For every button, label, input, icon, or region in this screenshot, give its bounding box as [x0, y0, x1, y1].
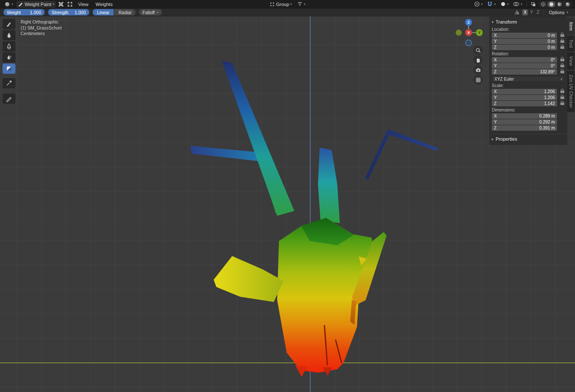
properties-title: Properties [496, 136, 517, 142]
tab-view[interactable]: View [567, 52, 575, 70]
tab-item[interactable]: Item [567, 18, 575, 35]
gradient-radial-button[interactable]: Radial [114, 9, 136, 15]
face-mask-toggle[interactable] [57, 1, 65, 8]
magnifier-icon [475, 48, 481, 53]
pan-button[interactable] [473, 55, 483, 65]
gizmo-neg-y-ball [456, 30, 462, 36]
mirror-x-toggle[interactable]: X [522, 9, 528, 15]
xray-toggle[interactable] [530, 1, 537, 8]
dimensions-z-field[interactable]: Z 0.391 m [492, 125, 557, 131]
shading-material-button[interactable] [556, 1, 563, 7]
snap-magnet-icon [487, 1, 493, 7]
location-x-field[interactable]: X 0 m [492, 33, 557, 38]
location-y-field[interactable]: Y 0 m [492, 39, 557, 44]
rotation-y-row: Y 0° [491, 63, 566, 69]
dimensions-x-field[interactable]: X 0.289 m [492, 113, 557, 119]
rotation-x-field[interactable]: X 0° [492, 57, 557, 63]
mode-dropdown[interactable]: Weight Paint ▾ [16, 1, 56, 8]
tool-gradient[interactable] [3, 63, 15, 74]
shading-rendered-button[interactable] [564, 1, 572, 7]
rotation-y-field[interactable]: Y 0° [492, 63, 557, 69]
snapping-dropdown[interactable]: ▾ [485, 1, 497, 8]
editor-type-button[interactable]: ▾ [3, 1, 15, 8]
tab-zen-uv-checker[interactable]: Zen UV Checker [567, 71, 575, 112]
gradient-linear-button[interactable]: Linear [93, 9, 114, 15]
lock-icon[interactable] [559, 95, 566, 100]
weight-paint-mode-icon [18, 1, 24, 7]
dimensions-y-field[interactable]: Y 0.292 m [492, 119, 557, 125]
average-droplet-icon [6, 43, 12, 50]
options-label: Options [549, 10, 564, 15]
tool-draw[interactable] [3, 19, 15, 29]
axis-value: 0.289 m [539, 114, 555, 118]
menu-weights[interactable]: Weights [93, 1, 116, 8]
symmetry-icon [514, 10, 520, 15]
axis-label: Z [494, 101, 496, 106]
scale-z-field[interactable]: Z 1.142 [492, 101, 557, 106]
falloff-dropdown[interactable]: Falloff ▾ [139, 9, 162, 15]
menu-view[interactable]: View [75, 1, 91, 8]
properties-section-header[interactable]: ▸ Properties [491, 134, 566, 142]
axis-value: 0 m [548, 45, 555, 50]
rotation-mode-dropdown[interactable]: XYZ Euler ▾ [492, 76, 565, 82]
weight-slider[interactable]: Weight 1.000 [3, 9, 45, 15]
weight-slider-label: Weight [7, 10, 21, 15]
tab-tool[interactable]: Tool [567, 36, 575, 52]
transform-section-header[interactable]: ▾ Transform [491, 18, 566, 26]
pivot-point-icon [500, 1, 506, 7]
viewport-nav-buttons [473, 45, 483, 84]
active-object-text: (1) SM_GrassSchort [21, 25, 62, 31]
rotation-z-row: Z 132.89° [491, 69, 566, 75]
lock-icon[interactable] [559, 63, 566, 69]
location-z-field[interactable]: Z 0 m [492, 45, 557, 50]
overlays-dropdown[interactable]: ▾ [511, 1, 524, 8]
chevron-down-icon: ▾ [291, 3, 292, 6]
tool-average[interactable] [3, 41, 15, 51]
mirror-z-toggle[interactable]: Z [535, 9, 541, 15]
shading-wireframe-button[interactable] [539, 1, 547, 7]
scale-x-row: X 1.206 [491, 89, 566, 94]
scale-y-field[interactable]: Y 1.206 [492, 95, 557, 100]
vertex-mask-toggle[interactable] [66, 1, 74, 8]
strength-slider[interactable]: Strength 1.000 [48, 9, 89, 15]
lock-icon[interactable] [559, 33, 566, 38]
scale-x-field[interactable]: X 1.206 [492, 89, 557, 94]
chevron-down-icon: ▾ [492, 20, 493, 24]
options-dropdown[interactable]: Options ▾ [545, 9, 572, 15]
dimensions-label: Dimensions: [492, 108, 565, 112]
face-mask-icon [58, 2, 64, 7]
tool-annotate[interactable] [3, 93, 15, 104]
zoom-button[interactable] [473, 45, 483, 55]
lock-icon[interactable] [559, 89, 566, 94]
dimensions-y-row: Y 0.292 m [491, 119, 566, 125]
shading-material-icon [557, 2, 562, 7]
vertex-group-filter-dropdown[interactable]: ▾ [295, 1, 307, 8]
tool-smear[interactable] [3, 52, 15, 63]
viewport-3d[interactable] [0, 16, 575, 392]
axis-value: 1.142 [544, 101, 555, 106]
viewport-info-overlay: Right Orthographic (1) SM_GrassSchort Ce… [21, 19, 62, 37]
ortho-perspective-button[interactable] [473, 75, 483, 84]
shading-solid-button[interactable] [548, 1, 555, 7]
sidebar-panel: ▾ Transform Location: X 0 m Y 0 m Z 0 m … [489, 16, 567, 145]
tool-sample-weight[interactable] [3, 78, 15, 88]
dimensions-z-row: Z 0.391 m [491, 125, 566, 131]
lock-icon[interactable] [559, 45, 566, 50]
lock-icon[interactable] [559, 69, 566, 75]
lock-icon[interactable] [559, 39, 566, 44]
vertex-group-dropdown[interactable]: Group ▾ [268, 1, 294, 8]
chevron-down-icon: ▾ [12, 3, 13, 6]
grid-icon [475, 77, 481, 83]
axis-label: Z [494, 45, 496, 50]
pivot-point-dropdown[interactable]: ▾ [499, 1, 511, 8]
chevron-down-icon: ▾ [494, 3, 496, 6]
tool-blur[interactable] [3, 30, 15, 40]
rotation-mode-value: XYZ Euler [494, 77, 514, 81]
mirror-y-toggle[interactable]: Y [529, 9, 534, 15]
lock-icon[interactable] [559, 57, 566, 63]
rotation-z-field[interactable]: Z 132.89° [492, 69, 557, 75]
proportional-editing-dropdown[interactable]: ▾ [472, 1, 484, 8]
lock-icon[interactable] [559, 101, 566, 106]
camera-view-button[interactable] [473, 65, 483, 75]
scale-z-row: Z 1.142 [491, 101, 566, 106]
